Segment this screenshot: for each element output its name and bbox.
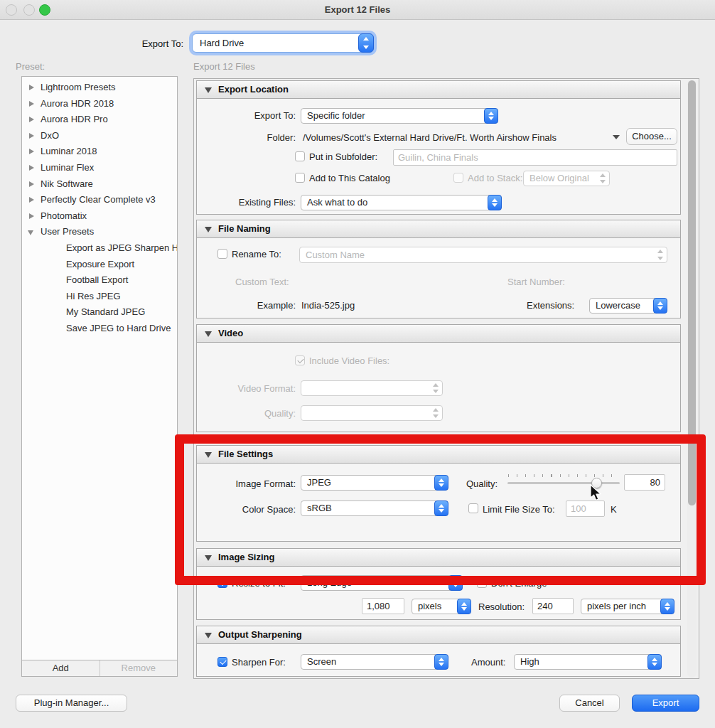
up-down-chevrons-icon[interactable] — [647, 654, 662, 670]
dropdown-value: Long Edge — [307, 576, 352, 590]
section-header-file-settings[interactable]: File Settings — [197, 446, 680, 464]
existing-files-dropdown[interactable]: Ask what to do — [301, 195, 502, 210]
disclosure-triangle-icon[interactable] — [205, 331, 212, 337]
resize-to-fit-checkbox[interactable] — [217, 578, 227, 588]
preset-item[interactable]: Perfectly Clear Complete v3 — [22, 192, 177, 208]
up-down-chevrons-icon[interactable] — [653, 298, 667, 314]
triangle-right-icon[interactable] — [29, 197, 34, 203]
preset-item[interactable]: Photomatix — [22, 208, 177, 225]
dont-enlarge-checkbox[interactable] — [477, 578, 487, 588]
amount-dropdown[interactable]: High — [514, 654, 662, 670]
slider-ticks — [508, 474, 619, 477]
export-to-dropdown-value: Hard Drive — [200, 34, 244, 52]
choose-folder-button[interactable]: Choose... — [626, 128, 677, 145]
triangle-right-icon[interactable] — [29, 133, 34, 139]
preset-item-label: User Presets — [41, 226, 94, 237]
scrollbar-thumb[interactable] — [688, 80, 696, 505]
triangle-right-icon[interactable] — [29, 85, 34, 90]
image-format-dropdown[interactable]: JPEG — [301, 475, 448, 491]
quality-slider-thumb[interactable] — [591, 478, 602, 488]
triangle-right-icon[interactable] — [29, 165, 34, 171]
preset-item[interactable]: Export as JPEG Sharpen High — [22, 240, 177, 257]
export-button[interactable]: Export — [632, 695, 699, 712]
up-down-chevrons-icon[interactable] — [434, 475, 448, 491]
triangle-right-icon[interactable] — [29, 101, 34, 107]
preset-item-label: My Standard JPEG — [66, 306, 145, 317]
resolution-value-input[interactable] — [532, 598, 574, 614]
preset-actions: Add Remove — [22, 660, 177, 676]
up-down-chevrons-icon — [653, 247, 667, 263]
section-export-location: Export Location Export To: Specific fold… — [196, 80, 681, 215]
preset-item[interactable]: Aurora HDR Pro — [22, 112, 177, 128]
up-down-chevrons-icon[interactable] — [434, 500, 448, 516]
preset-item-label: Nik Software — [41, 178, 93, 189]
rename-to-checkbox[interactable] — [217, 249, 227, 259]
resize-mode-dropdown[interactable]: Long Edge — [301, 575, 463, 591]
section-header-video[interactable]: Video — [197, 325, 680, 343]
export-to-dropdown[interactable]: Hard Drive — [192, 33, 374, 53]
triangle-right-icon[interactable] — [29, 117, 34, 122]
disclosure-triangle-icon[interactable] — [205, 227, 212, 232]
up-down-chevrons-icon[interactable] — [448, 575, 463, 591]
section-header-export-location[interactable]: Export Location — [197, 81, 680, 99]
up-down-chevrons-icon[interactable] — [358, 33, 374, 53]
preset-item[interactable]: DxO — [22, 128, 177, 144]
triangle-right-icon[interactable] — [29, 149, 34, 154]
disclosure-triangle-icon[interactable] — [205, 633, 212, 638]
triangle-right-icon[interactable] — [29, 213, 34, 219]
dropdown-value: Ask what to do — [307, 196, 367, 210]
section-output-sharpening: Output Sharpening Sharpen For: Screen Am… — [196, 626, 681, 677]
color-space-dropdown[interactable]: sRGB — [301, 500, 448, 516]
section-header-file-naming[interactable]: File Naming — [197, 220, 680, 238]
resolution-unit-dropdown[interactable]: pixels per inch — [581, 599, 674, 614]
preset-item[interactable]: User Presets — [22, 224, 177, 240]
put-in-subfolder-checkbox[interactable] — [295, 151, 305, 161]
cancel-button[interactable]: Cancel — [559, 695, 620, 712]
quality-value-input[interactable] — [624, 474, 665, 491]
preset-item[interactable]: Luminar Flex — [22, 160, 177, 176]
add-to-catalog-checkbox[interactable] — [295, 173, 305, 183]
sharpen-for-checkbox[interactable] — [217, 657, 227, 667]
dropdown-value: JPEG — [307, 476, 331, 490]
up-down-chevrons-icon[interactable] — [457, 599, 471, 614]
resize-to-fit-label: Resize to Fit: — [232, 578, 286, 589]
plugin-manager-button[interactable]: Plug-in Manager... — [16, 695, 127, 712]
extensions-dropdown[interactable]: Lowercase — [589, 298, 667, 314]
section-header-output-sharpening[interactable]: Output Sharpening — [197, 626, 680, 644]
sharpen-for-dropdown[interactable]: Screen — [301, 654, 448, 670]
folder-menu-triangle-icon[interactable] — [613, 135, 620, 139]
size-value-input[interactable] — [362, 598, 404, 614]
put-in-subfolder-label: Put in Subfolder: — [309, 151, 377, 162]
slider-track[interactable] — [507, 482, 620, 484]
quality-slider[interactable] — [507, 474, 620, 491]
limit-file-size-checkbox[interactable] — [468, 503, 478, 513]
up-down-chevrons-icon[interactable] — [434, 654, 448, 670]
add-preset-button[interactable]: Add — [22, 660, 100, 676]
subfolder-name-input[interactable] — [393, 149, 677, 166]
preset-item-label: Aurora HDR Pro — [41, 114, 108, 124]
sharpen-for-label: Sharpen For: — [232, 657, 286, 668]
triangle-right-icon[interactable] — [29, 181, 34, 187]
preset-item[interactable]: Aurora HDR 2018 — [22, 96, 177, 112]
preset-item[interactable]: Luminar 2018 — [22, 144, 177, 160]
preset-item-label: Photomatix — [41, 210, 87, 221]
color-space-label: Color Space: — [197, 504, 296, 515]
export-to-folder-dropdown[interactable]: Specific folder — [301, 108, 498, 124]
triangle-down-icon[interactable] — [28, 230, 33, 235]
preset-item-label: DxO — [41, 130, 59, 141]
section-header-image-sizing[interactable]: Image Sizing — [197, 549, 680, 567]
preset-item[interactable]: Exposure Export — [22, 257, 177, 273]
disclosure-triangle-icon[interactable] — [205, 87, 212, 93]
disclosure-triangle-icon[interactable] — [205, 452, 212, 458]
up-down-chevrons-icon[interactable] — [488, 195, 502, 210]
preset-item[interactable]: Hi Res JPEG — [22, 289, 177, 305]
up-down-chevrons-icon[interactable] — [484, 108, 498, 124]
up-down-chevrons-icon[interactable] — [660, 599, 674, 614]
preset-item[interactable]: Nik Software — [22, 176, 177, 193]
preset-item[interactable]: Football Export — [22, 272, 177, 289]
preset-item[interactable]: My Standard JPEG — [22, 304, 177, 321]
preset-item[interactable]: Save JPEG to Hard Drive — [22, 321, 177, 337]
disclosure-triangle-icon[interactable] — [205, 555, 212, 561]
size-unit-dropdown[interactable]: pixels — [412, 599, 471, 614]
preset-item[interactable]: Lightroom Presets — [22, 80, 177, 96]
